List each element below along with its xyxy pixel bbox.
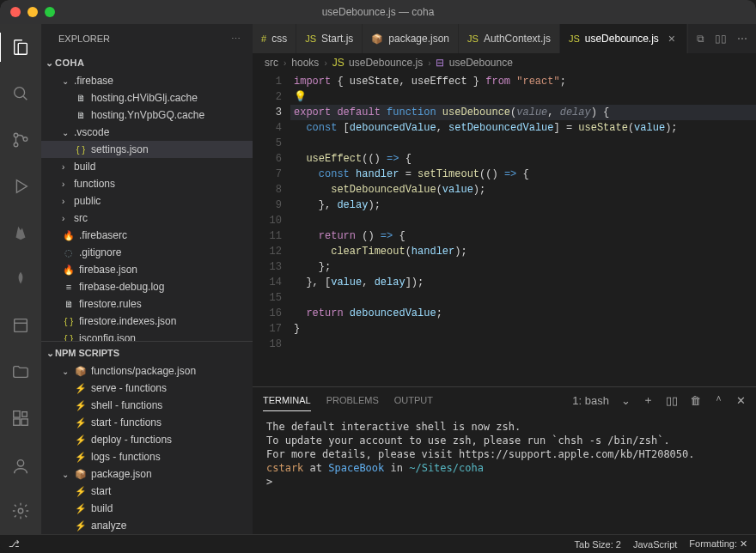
activitybar-folder-icon[interactable] [0, 357, 41, 386]
compare-icon[interactable]: ⧉ [697, 33, 704, 45]
close-icon[interactable]: × [666, 32, 678, 46]
split-editor-icon[interactable]: ▯▯ [715, 33, 727, 45]
code-line[interactable]: clearTimeout(handler); [294, 244, 756, 259]
code-content[interactable]: import { useState, useEffect } from "rea… [294, 72, 756, 386]
chevron-up-icon[interactable]: ＾ [713, 392, 724, 408]
npm-script-item[interactable]: ⚡start [41, 483, 253, 500]
code-line[interactable]: useEffect(() => { [294, 151, 756, 167]
activitybar-project-icon[interactable] [0, 311, 41, 340]
panel-tab[interactable]: TERMINAL [263, 390, 311, 411]
activitybar-settings-icon[interactable] [0, 496, 41, 526]
new-terminal-icon[interactable]: ＋ [643, 392, 654, 408]
editor-tab[interactable]: JSuseDebounce.js× [560, 24, 687, 53]
code-line[interactable]: }, delay); [294, 198, 756, 213]
npm-title: NPM SCRIPTS [55, 348, 119, 358]
npm-script-item[interactable]: ⚡build [41, 500, 253, 517]
file-item[interactable]: 🗎hosting.cHVibGlj.cache [41, 89, 253, 106]
file-item[interactable]: 🗎hosting.YnVpbGQ.cache [41, 106, 253, 124]
maximize-button[interactable] [45, 7, 55, 17]
editor-tab[interactable]: 📦package.json [363, 24, 459, 53]
terminal-body[interactable]: The default interactive shell is now zsh… [253, 413, 756, 534]
folder-item[interactable]: ›src [41, 210, 253, 227]
code-line[interactable]: }, [value, delay]); [294, 275, 756, 290]
split-terminal-icon[interactable]: ▯▯ [666, 394, 678, 407]
code-line[interactable] [294, 136, 756, 151]
breadcrumb-item[interactable]: ⊟ useDebounce [436, 57, 512, 69]
file-item[interactable]: { }jsconfig.json [41, 330, 253, 341]
activitybar-scm-icon[interactable] [0, 125, 41, 155]
code-line[interactable] [294, 213, 756, 228]
code-line[interactable]: const [debouncedValue, setDebouncedValue… [294, 120, 756, 136]
activitybar-mongo-icon[interactable] [0, 264, 41, 294]
npm-script-item[interactable]: ⚡analyze [41, 517, 253, 534]
breadcrumb-item[interactable]: JS useDebounce.js [332, 57, 423, 69]
folder-label: functions [74, 178, 115, 190]
breadcrumb-item[interactable]: src [265, 57, 278, 69]
folder-item[interactable]: ⌄.firebase [41, 72, 253, 89]
statusbar-item[interactable]: JavaScript [633, 539, 677, 550]
sidebar-more-icon[interactable]: ⋯ [231, 33, 242, 45]
js-file-icon: JS [467, 33, 479, 44]
more-actions-icon[interactable]: ⋯ [737, 33, 747, 45]
code-line[interactable]: }; [294, 259, 756, 275]
chevron-down-icon[interactable]: ⌄ [621, 394, 631, 407]
file-item[interactable]: { }firestore.indexes.json [41, 313, 253, 330]
activitybar-debug-icon[interactable] [0, 172, 41, 201]
npm-package-item[interactable]: ⌄📦package.json [41, 465, 253, 483]
terminal-name[interactable]: 1: bash [572, 394, 609, 407]
editor-tab[interactable]: #css [253, 24, 296, 53]
statusbar-item[interactable]: Tab Size: 2 [575, 539, 621, 550]
close-panel-icon[interactable]: ✕ [736, 394, 746, 407]
statusbar-left: ⎇ [9, 538, 20, 550]
project-header[interactable]: ⌄ COHA [41, 53, 253, 72]
editor-tab[interactable]: JSStart.js [296, 24, 363, 53]
folder-item[interactable]: ›public [41, 192, 253, 210]
code-line[interactable]: return () => { [294, 228, 756, 244]
activitybar-extensions-icon[interactable] [0, 404, 41, 433]
close-button[interactable] [10, 7, 21, 17]
file-item[interactable]: 🗎firestore.rules [41, 295, 253, 313]
code-line[interactable]: import { useState, useEffect } from "rea… [294, 74, 756, 89]
npm-script-item[interactable]: ⚡serve - functions [41, 380, 253, 397]
svg-rect-5 [14, 411, 20, 417]
code-line[interactable]: } [294, 321, 756, 337]
panel-tab[interactable]: PROBLEMS [326, 390, 379, 411]
code-line[interactable]: export default function useDebounce(valu… [290, 105, 756, 120]
npm-script-item[interactable]: ⚡deploy - functions [41, 431, 253, 448]
activitybar-firebase-icon[interactable] [0, 218, 41, 247]
script-icon: ⚡ [74, 381, 88, 395]
file-item[interactable]: 🔥firebase.json [41, 261, 253, 278]
statusbar-item[interactable]: Formatting: ✕ [689, 538, 747, 550]
file-item[interactable]: ≡firebase-debug.log [41, 278, 253, 295]
code-editor[interactable]: 123456789101112131415161718 import { use… [253, 72, 756, 386]
code-line[interactable] [294, 337, 756, 352]
file-item[interactable]: ◌.gitignore [41, 244, 253, 261]
activitybar-search-icon[interactable] [0, 79, 41, 108]
npm-header[interactable]: ⌄ NPM SCRIPTS [41, 343, 253, 362]
panel-tab[interactable]: OUTPUT [394, 390, 433, 411]
activitybar-explorer-icon[interactable] [0, 33, 40, 62]
code-line[interactable]: 💡 [294, 89, 756, 105]
npm-script-item[interactable]: ⚡shell - functions [41, 397, 253, 414]
code-line[interactable] [294, 290, 756, 306]
code-line[interactable]: setDebouncedValue(value); [294, 182, 756, 198]
code-line[interactable]: const handler = setTimeout(() => { [294, 167, 756, 182]
activitybar-account-icon[interactable] [0, 452, 41, 481]
breadcrumb-item[interactable]: hooks [291, 57, 319, 69]
file-item[interactable]: { }settings.json [41, 141, 253, 158]
sidebar: EXPLORER ⋯ ⌄ COHA ⌄.firebase🗎hosting.cHV… [41, 24, 253, 534]
folder-item[interactable]: ›functions [41, 175, 253, 192]
editor-tab[interactable]: JSAuthContext.js [459, 24, 560, 53]
file-item[interactable]: 🔥.firebaserc [41, 227, 253, 244]
folder-item[interactable]: ⌄.vscode [41, 124, 253, 141]
remote-indicator-icon[interactable]: ⎇ [9, 538, 20, 550]
trash-icon[interactable]: 🗑 [690, 394, 701, 407]
npm-script-item[interactable]: ⚡start - functions [41, 414, 253, 431]
code-line[interactable]: return debouncedValue; [294, 306, 756, 321]
folder-item[interactable]: ›build [41, 158, 253, 175]
minimize-button[interactable] [27, 7, 38, 17]
npm-script-item[interactable]: ⚡logs - functions [41, 448, 253, 465]
editor-area: #cssJSStart.js📦package.jsonJSAuthContext… [253, 24, 756, 534]
npm-package-item[interactable]: ⌄📦functions/package.json [41, 362, 253, 380]
breadcrumbs[interactable]: src›hooks›JS useDebounce.js›⊟ useDebounc… [253, 53, 756, 72]
